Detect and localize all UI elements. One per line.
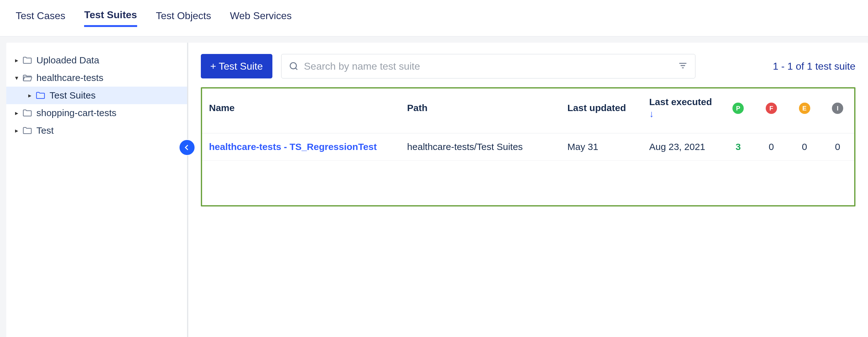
search-input[interactable] xyxy=(304,61,673,72)
add-test-suite-button[interactable]: + Test Suite xyxy=(201,54,272,79)
filter-icon[interactable] xyxy=(678,60,688,72)
cell-path: healthcare-tests/Test Suites xyxy=(400,133,560,161)
cell-failed: 0 xyxy=(755,133,788,161)
col-executed[interactable]: Last executed ↓ xyxy=(642,89,722,133)
folder-icon xyxy=(22,108,34,118)
search-icon xyxy=(288,61,299,71)
chevron-left-icon xyxy=(182,143,192,152)
tabs-bar: Test Cases Test Suites Test Objects Web … xyxy=(0,0,868,36)
cell-error: 0 xyxy=(788,133,821,161)
svg-point-0 xyxy=(290,63,296,69)
col-path-label: Path xyxy=(407,102,427,113)
folder-open-icon xyxy=(22,72,34,83)
tab-test-objects[interactable]: Test Objects xyxy=(156,10,211,26)
col-name[interactable]: Name xyxy=(202,89,400,133)
folder-tree: ▸ Uploaded Data ▾ healthcare-tests ▸ Tes… xyxy=(6,50,187,139)
test-suite-table: Name Path Last updated Last executed ↓ P… xyxy=(201,87,856,207)
main-panel: + Test Suite 1 - 1 of 1 test suite Name … xyxy=(188,43,868,337)
tab-web-services[interactable]: Web Services xyxy=(230,10,292,26)
caret-right-icon: ▸ xyxy=(11,127,22,134)
tree-item-shopping-cart-tests[interactable]: ▸ shopping-cart-tests xyxy=(6,104,187,122)
table-row[interactable]: healthcare-tests - TS_RegressionTest hea… xyxy=(202,133,854,161)
cell-updated: May 31 xyxy=(560,133,642,161)
tree-item-healthcare-tests[interactable]: ▾ healthcare-tests xyxy=(6,69,187,87)
tree-item-label: Test xyxy=(36,125,54,136)
col-name-label: Name xyxy=(209,102,235,113)
toolbar: + Test Suite 1 - 1 of 1 test suite xyxy=(201,54,856,79)
caret-right-icon: ▸ xyxy=(25,92,35,99)
caret-down-icon: ▾ xyxy=(11,74,22,82)
cell-executed: Aug 23, 2021 xyxy=(642,133,722,161)
tab-test-cases[interactable]: Test Cases xyxy=(16,10,65,26)
tree-item-test[interactable]: ▸ Test xyxy=(6,122,187,139)
incomplete-badge-icon: I xyxy=(832,102,843,114)
cell-passed: 3 xyxy=(736,142,741,152)
sort-desc-icon: ↓ xyxy=(649,109,715,119)
tree-item-label: shopping-cart-tests xyxy=(36,108,117,118)
collapse-sidebar-button[interactable] xyxy=(180,140,194,155)
passed-badge-icon: P xyxy=(733,102,744,114)
sidebar: ▸ Uploaded Data ▾ healthcare-tests ▸ Tes… xyxy=(6,43,188,337)
caret-right-icon: ▸ xyxy=(11,57,22,64)
tree-item-label: Uploaded Data xyxy=(36,55,99,66)
tab-test-suites[interactable]: Test Suites xyxy=(84,9,137,27)
folder-icon xyxy=(22,55,34,66)
search-box xyxy=(281,54,695,79)
col-passed[interactable]: P xyxy=(721,89,755,133)
col-updated[interactable]: Last updated xyxy=(560,89,642,133)
folder-icon xyxy=(35,90,48,101)
cell-incomplete: 0 xyxy=(821,133,854,161)
tree-item-label: Test Suites xyxy=(50,90,96,101)
error-badge-icon: E xyxy=(799,102,810,114)
failed-badge-icon: F xyxy=(766,102,777,114)
col-path[interactable]: Path xyxy=(400,89,560,133)
col-executed-label: Last executed xyxy=(649,97,712,107)
folder-icon xyxy=(22,125,34,136)
tree-item-uploaded-data[interactable]: ▸ Uploaded Data xyxy=(6,52,187,69)
suite-name-link[interactable]: healthcare-tests - TS_RegressionTest xyxy=(209,142,377,152)
col-incomplete[interactable]: I xyxy=(821,89,854,133)
page-body: ▸ Uploaded Data ▾ healthcare-tests ▸ Tes… xyxy=(0,36,868,337)
tree-item-label: healthcare-tests xyxy=(36,72,103,83)
col-failed[interactable]: F xyxy=(755,89,788,133)
tree-item-test-suites[interactable]: ▸ Test Suites xyxy=(6,87,187,104)
col-error[interactable]: E xyxy=(788,89,821,133)
pagination-summary: 1 - 1 of 1 test suite xyxy=(773,61,856,72)
col-updated-label: Last updated xyxy=(567,102,626,113)
caret-right-icon: ▸ xyxy=(11,109,22,117)
